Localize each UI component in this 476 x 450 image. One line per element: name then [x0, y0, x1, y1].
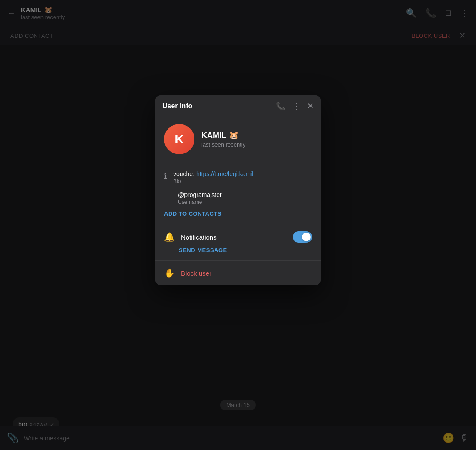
modal-overlay: User Info 📞 ⋮ ✕ K KAMIL 🐹 last seen rece…	[0, 0, 476, 450]
modal-more-button[interactable]: ⋮	[292, 101, 300, 111]
profile-status: last seen recently	[201, 141, 245, 148]
modal-close-button[interactable]: ✕	[307, 101, 314, 111]
send-message-button[interactable]: SEND MESSAGE	[179, 243, 312, 255]
notifications-toggle[interactable]	[293, 231, 312, 243]
username-content: @programajster Username	[178, 191, 222, 205]
profile-details: KAMIL 🐹 last seen recently	[201, 130, 245, 148]
notifications-row: 🔔 Notifications	[164, 231, 312, 243]
info-circle-icon: ℹ	[164, 171, 167, 181]
bio-content: vouche: https://t.me/legitkamil Bio	[173, 170, 253, 184]
modal-header: User Info 📞 ⋮ ✕	[155, 95, 321, 117]
avatar: K	[164, 124, 194, 154]
block-user-button[interactable]: Block user	[181, 270, 211, 277]
notifications-label: Notifications	[181, 233, 287, 241]
block-row: ✋ Block user	[164, 268, 312, 278]
modal-call-button[interactable]: 📞	[276, 101, 285, 111]
toggle-knob	[302, 233, 311, 241]
username-label: Username	[178, 199, 222, 205]
bio-row: ℹ vouche: https://t.me/legitkamil Bio	[164, 170, 312, 184]
username-value: @programajster	[178, 191, 222, 198]
modal-title: User Info	[162, 102, 192, 110]
bio-link[interactable]: https://t.me/legitkamil	[196, 170, 254, 177]
profile-name: KAMIL 🐹	[201, 130, 245, 140]
modal-header-actions: 📞 ⋮ ✕	[276, 101, 314, 111]
username-row: @programajster Username	[164, 191, 312, 205]
modal-profile: K KAMIL 🐹 last seen recently	[155, 117, 321, 163]
add-to-contacts-button[interactable]: ADD TO CONTACTS	[164, 209, 312, 219]
modal-notifications-section: 🔔 Notifications SEND MESSAGE	[155, 226, 321, 260]
block-hand-icon: ✋	[164, 268, 175, 278]
bio-label: Bio	[173, 178, 253, 184]
modal-info-section: ℹ vouche: https://t.me/legitkamil Bio @p…	[155, 163, 321, 226]
bio-text: vouche: https://t.me/legitkamil	[173, 170, 253, 177]
bell-icon: 🔔	[164, 232, 175, 242]
user-info-modal: User Info 📞 ⋮ ✕ K KAMIL 🐹 last seen rece…	[155, 95, 321, 285]
modal-block-section: ✋ Block user	[155, 261, 321, 285]
